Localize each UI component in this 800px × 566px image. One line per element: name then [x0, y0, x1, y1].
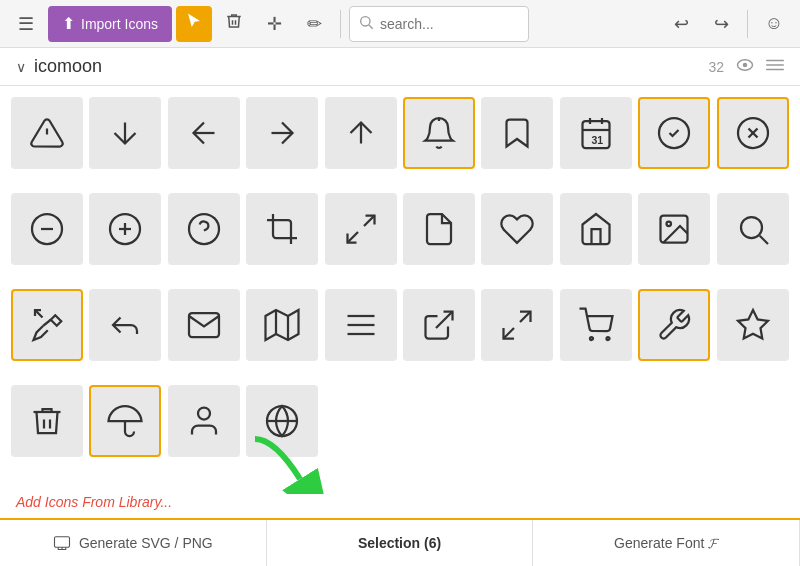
- main-area: ∨ icomoon 32 31 Add Icons From Library..…: [0, 48, 800, 518]
- svg-line-44: [436, 312, 453, 329]
- generate-font-label: Generate Font 𝓕: [614, 535, 718, 552]
- icon-cell-shrink2[interactable]: [481, 289, 553, 361]
- redo-button[interactable]: ↪: [703, 6, 739, 42]
- library-title: icomoon: [34, 56, 708, 77]
- icon-cell-arrow-down[interactable]: [89, 97, 161, 169]
- cursor-icon: [185, 12, 203, 35]
- icon-grid: 31: [0, 86, 800, 486]
- icon-cell-cancel-circle[interactable]: [717, 97, 789, 169]
- icon-cell-calendar[interactable]: 31: [560, 97, 632, 169]
- separator1: [340, 10, 341, 38]
- delete-icon: [225, 12, 243, 35]
- svg-point-3: [743, 63, 748, 68]
- search-input[interactable]: [380, 16, 520, 32]
- icon-cell-arrow-up[interactable]: [325, 97, 397, 169]
- svg-rect-52: [54, 536, 69, 547]
- icon-cell-globe[interactable]: [246, 385, 318, 457]
- search-box: [349, 6, 529, 42]
- icon-cell-wrench2[interactable]: [11, 289, 83, 361]
- icon-cell-envelope[interactable]: [168, 289, 240, 361]
- icon-cell-trash[interactable]: [11, 385, 83, 457]
- undo-button[interactable]: ↩: [663, 6, 699, 42]
- add-icons-link[interactable]: Add Icons From Library...: [0, 486, 800, 518]
- icon-cell-bell[interactable]: [403, 97, 475, 169]
- svg-point-48: [198, 408, 210, 420]
- search-icon: [358, 14, 374, 34]
- icon-cell-reply[interactable]: [89, 289, 161, 361]
- bottom-bar: Generate SVG / PNG Selection (6) Generat…: [0, 518, 800, 566]
- generate-svg-label: Generate SVG / PNG: [79, 535, 213, 551]
- icon-cell-shrink[interactable]: [325, 193, 397, 265]
- svg-point-33: [667, 222, 672, 227]
- icon-cell-warning[interactable]: [11, 97, 83, 169]
- svg-rect-6: [766, 69, 784, 71]
- svg-point-45: [590, 337, 593, 340]
- svg-line-37: [43, 320, 51, 326]
- svg-icon: [53, 534, 71, 553]
- upload-icon: ⬆: [62, 14, 75, 33]
- svg-text:31: 31: [591, 134, 603, 146]
- icon-cell-search[interactable]: [717, 193, 789, 265]
- svg-rect-5: [766, 64, 784, 66]
- icon-cell-new-tab[interactable]: [403, 289, 475, 361]
- move-tool-button[interactable]: ✛: [256, 6, 292, 42]
- options-icon[interactable]: [766, 58, 784, 75]
- svg-line-1: [369, 25, 373, 29]
- svg-point-46: [606, 337, 609, 340]
- import-label: Import Icons: [81, 16, 158, 32]
- icon-cell-minus-circle[interactable]: [11, 193, 83, 265]
- icon-cell-star[interactable]: [717, 289, 789, 361]
- icon-cell-cart[interactable]: [560, 289, 632, 361]
- icon-cell-home[interactable]: [560, 193, 632, 265]
- icon-cell-user[interactable]: [168, 385, 240, 457]
- undo-icon: ↩: [674, 13, 689, 35]
- toolbar: ☰ ⬆ Import Icons ✛ ✏ ↩ ↪ ☺: [0, 0, 800, 48]
- redo-icon: ↪: [714, 13, 729, 35]
- toolbar-right: ↩ ↪ ☺: [663, 6, 792, 42]
- pencil-icon: ✏: [307, 13, 322, 35]
- svg-point-34: [741, 217, 762, 238]
- icon-cell-checkmark-circle[interactable]: [638, 97, 710, 169]
- icon-cell-plus-circle[interactable]: [89, 193, 161, 265]
- icon-count: 32: [708, 59, 724, 75]
- collapse-chevron[interactable]: ∨: [16, 59, 26, 75]
- svg-line-35: [759, 236, 767, 244]
- icon-cell-wrench[interactable]: [638, 289, 710, 361]
- icon-cell-heart[interactable]: [481, 193, 553, 265]
- face-icon: ☺: [765, 13, 783, 34]
- profile-button[interactable]: ☺: [756, 6, 792, 42]
- move-icon: ✛: [267, 13, 282, 35]
- icon-cell-arrow-right[interactable]: [246, 97, 318, 169]
- svg-line-30: [364, 216, 375, 227]
- svg-marker-47: [738, 310, 768, 339]
- library-header: ∨ icomoon 32: [0, 48, 800, 86]
- icon-cell-umbrella[interactable]: [89, 385, 161, 457]
- delete-tool-button[interactable]: [216, 6, 252, 42]
- generate-font-tab[interactable]: Generate Font 𝓕: [533, 520, 800, 566]
- selection-label: Selection (6): [358, 535, 441, 551]
- menu-button[interactable]: ☰: [8, 6, 44, 42]
- edit-tool-button[interactable]: ✏: [296, 6, 332, 42]
- icon-cell-crop[interactable]: [246, 193, 318, 265]
- icon-cell-file[interactable]: [403, 193, 475, 265]
- svg-line-31: [347, 232, 358, 243]
- library-meta: 32: [708, 58, 784, 75]
- icon-cell-help-circle[interactable]: [168, 193, 240, 265]
- icon-cell-image[interactable]: [638, 193, 710, 265]
- icon-cell-bookmark[interactable]: [481, 97, 553, 169]
- svg-marker-38: [266, 310, 299, 340]
- separator2: [747, 10, 748, 38]
- import-button[interactable]: ⬆ Import Icons: [48, 6, 172, 42]
- icon-cell-map[interactable]: [246, 289, 318, 361]
- svg-point-0: [361, 16, 370, 25]
- visibility-icon[interactable]: [736, 58, 754, 75]
- icon-cell-menu2[interactable]: [325, 289, 397, 361]
- generate-svg-tab[interactable]: Generate SVG / PNG: [0, 520, 267, 566]
- svg-point-28: [189, 214, 219, 244]
- icon-cell-arrow-left[interactable]: [168, 97, 240, 169]
- selection-tab[interactable]: Selection (6): [267, 520, 534, 566]
- select-tool-button[interactable]: [176, 6, 212, 42]
- svg-rect-4: [766, 60, 784, 62]
